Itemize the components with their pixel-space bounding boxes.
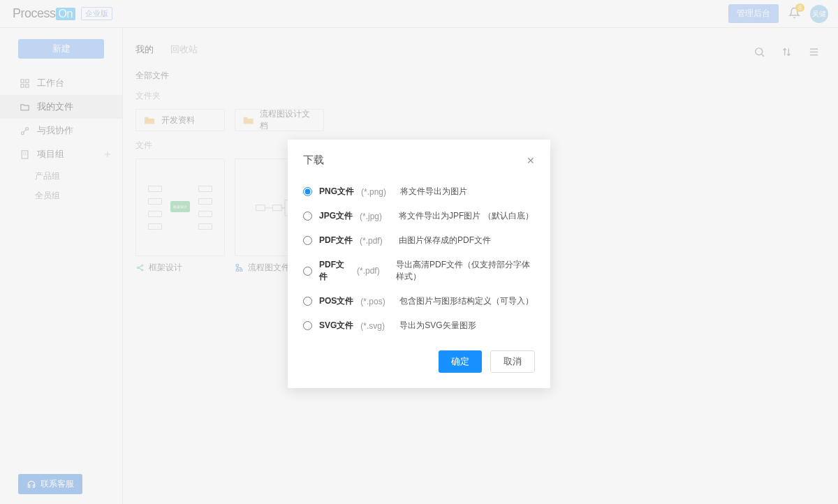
export-option-label: POS文件 (319, 295, 353, 307)
export-radio[interactable] (303, 297, 312, 306)
export-option-label: JPG文件 (319, 210, 353, 222)
export-radio[interactable] (303, 187, 312, 196)
export-option-label: PDF文件 (319, 259, 350, 283)
download-modal: 下载 ✕ PNG文件(*.png)将文件导出为图片JPG文件(*.jpg)将文件… (288, 140, 550, 388)
export-option-ext: (*.svg) (360, 321, 390, 331)
export-option-ext: (*.jpg) (360, 212, 389, 221)
confirm-button[interactable]: 确定 (439, 350, 482, 373)
export-option-desc: 将文件导出为JPF图片 （默认白底） (399, 210, 534, 222)
export-option-ext: (*.pdf) (360, 236, 389, 246)
export-option-label: PNG文件 (319, 186, 354, 198)
export-option-label: SVG文件 (319, 320, 353, 332)
export-radio[interactable] (303, 236, 312, 245)
export-option[interactable]: SVG文件(*.svg)导出为SVG矢量图形 (303, 313, 535, 338)
export-option-desc: 导出为SVG矢量图形 (399, 320, 476, 332)
export-radio[interactable] (303, 212, 312, 221)
modal-footer: 确定 取消 (303, 350, 535, 373)
export-radio[interactable] (303, 321, 312, 330)
export-option-ext: (*.png) (361, 187, 390, 197)
export-option[interactable]: PDF文件(*.pdf)导出高清PDF文件（仅支持部分字体样式） (303, 253, 535, 289)
export-radio[interactable] (303, 267, 312, 276)
export-option[interactable]: PNG文件(*.png)将文件导出为图片 (303, 179, 535, 204)
modal-options: PNG文件(*.png)将文件导出为图片JPG文件(*.jpg)将文件导出为JP… (303, 179, 535, 338)
export-option-desc: 包含图片与图形结构定义（可导入） (399, 295, 534, 307)
modal-title: 下载 (303, 154, 324, 167)
modal-header: 下载 ✕ (303, 154, 535, 167)
export-option-desc: 由图片保存成的PDF文件 (399, 235, 491, 246)
export-option[interactable]: PDF文件(*.pdf)由图片保存成的PDF文件 (303, 228, 535, 253)
export-option-ext: (*.pos) (360, 297, 390, 306)
modal-overlay[interactable]: 下载 ✕ PNG文件(*.png)将文件导出为图片JPG文件(*.jpg)将文件… (0, 0, 838, 504)
close-icon[interactable]: ✕ (527, 155, 535, 166)
export-option-label: PDF文件 (319, 235, 353, 246)
export-option[interactable]: JPG文件(*.jpg)将文件导出为JPF图片 （默认白底） (303, 204, 535, 228)
export-option-ext: (*.pdf) (357, 266, 386, 276)
cancel-button[interactable]: 取消 (490, 350, 535, 373)
export-option-desc: 将文件导出为图片 (400, 186, 467, 198)
export-option-desc: 导出高清PDF文件（仅支持部分字体样式） (396, 259, 535, 283)
export-option[interactable]: POS文件(*.pos)包含图片与图形结构定义（可导入） (303, 289, 535, 313)
